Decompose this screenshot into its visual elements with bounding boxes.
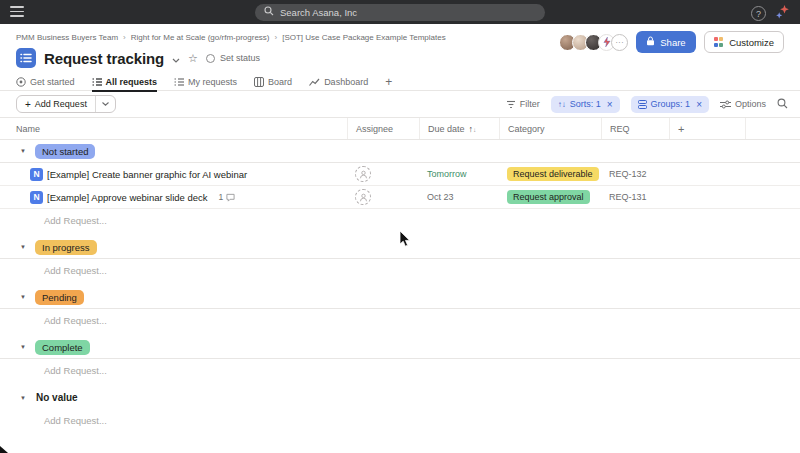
add-request-row[interactable]: Add Request... [0, 409, 800, 432]
customize-button[interactable]: Customize [704, 31, 784, 53]
tab-my-requests[interactable]: My requests [174, 72, 237, 91]
person-icon [359, 170, 368, 179]
search-icon [777, 98, 788, 109]
menu-icon[interactable] [10, 6, 24, 20]
column-header-category[interactable]: Category [499, 118, 601, 139]
req-id: REQ-132 [601, 169, 669, 179]
sort-icon: ↑↓ [558, 100, 566, 109]
add-request-dropdown[interactable] [96, 96, 115, 112]
screen-corner-artifact [0, 446, 8, 453]
column-header-req[interactable]: REQ [601, 118, 669, 139]
ai-sparkle-icon[interactable] [775, 4, 790, 23]
category-badge[interactable]: Request approval [507, 190, 590, 204]
set-status-label: Set status [220, 53, 260, 63]
section-label[interactable]: No value [35, 390, 85, 405]
topbar: Search Asana, Inc ? [0, 0, 800, 24]
customize-label: Customize [729, 37, 774, 48]
dashboard-icon [309, 77, 320, 87]
comment-bubble-icon [226, 193, 235, 202]
section-badge[interactable]: In progress [35, 240, 97, 255]
category-badge[interactable]: Request deliverable [507, 167, 599, 181]
table-row[interactable]: N [Example] Create banner graphic for AI… [0, 163, 800, 186]
search-icon [264, 6, 274, 18]
favorite-star-icon[interactable]: ☆ [188, 53, 198, 64]
project-header: PMM Business Buyers Team › Right for Me … [0, 24, 800, 91]
assignee-placeholder[interactable] [355, 189, 371, 205]
task-title[interactable]: [Example] Approve webinar slide deck [47, 192, 208, 203]
options-button[interactable]: Options [720, 99, 766, 109]
group-complete: ▼ Complete Add Request... [0, 336, 800, 382]
sorts-pill[interactable]: ↑↓ Sorts: 1 × [551, 96, 620, 113]
tab-all-requests[interactable]: All requests [92, 72, 158, 91]
table-header: Name Assignee Due date ↑↓ Category REQ + [0, 118, 800, 140]
list-search-button[interactable] [777, 98, 788, 111]
clear-sorts-icon[interactable]: × [607, 99, 613, 110]
list-icon [174, 77, 184, 87]
collapse-arrow-icon[interactable]: ▼ [20, 244, 28, 250]
title-chevron-down-icon[interactable] [172, 49, 180, 67]
task-title[interactable]: [Example] Create banner graphic for AI w… [47, 169, 247, 180]
get-started-icon [16, 77, 26, 87]
sort-ascending-icon: ↑↓ [469, 124, 477, 134]
breadcrumb-separator: › [123, 33, 126, 42]
project-tabs: Get started All requests My requests Boa… [16, 72, 784, 91]
assignee-placeholder[interactable] [355, 166, 371, 182]
add-tab-button[interactable]: + [385, 75, 392, 89]
collapse-arrow-icon[interactable]: ▼ [20, 344, 28, 350]
filter-icon [506, 100, 516, 109]
options-icon [720, 100, 731, 109]
section-header[interactable]: ▼ Complete [0, 336, 800, 359]
tab-board[interactable]: Board [254, 72, 292, 91]
filter-button[interactable]: Filter [506, 99, 540, 109]
add-request-button[interactable]: + Add Request [16, 95, 116, 113]
column-header-name[interactable]: Name [0, 118, 347, 139]
add-request-row[interactable]: Add Request... [0, 309, 800, 332]
groups-pill[interactable]: Groups: 1 × [631, 96, 709, 113]
section-header[interactable]: ▼ In progress [0, 236, 800, 259]
section-header[interactable]: ▼ Pending [0, 286, 800, 309]
breadcrumb-item[interactable]: Right for Me at Scale (go/rfm-progress) [131, 33, 270, 42]
section-badge[interactable]: Complete [35, 340, 90, 355]
member-avatars[interactable]: ··· [559, 34, 628, 51]
avatar-overflow-button[interactable]: ··· [611, 34, 628, 51]
due-date[interactable]: Oct 23 [419, 192, 499, 202]
plus-icon: + [25, 99, 31, 110]
breadcrumb-item[interactable]: PMM Business Buyers Team [16, 33, 118, 42]
section-header[interactable]: ▼ No value [0, 386, 800, 409]
column-header-filler [745, 118, 800, 139]
add-request-row[interactable]: Add Request... [0, 259, 800, 282]
tab-dashboard[interactable]: Dashboard [309, 72, 368, 91]
column-header-assignee[interactable]: Assignee [347, 118, 419, 139]
app-n-icon: N [30, 191, 43, 204]
group-in-progress: ▼ In progress Add Request... [0, 236, 800, 282]
comment-count: 1 [219, 192, 236, 202]
clear-groups-icon[interactable]: × [696, 99, 702, 110]
breadcrumb-item[interactable]: [SOT] Use Case Package Example Templates [282, 33, 445, 42]
share-label: Share [660, 37, 685, 48]
customize-icon [714, 37, 724, 47]
collapse-arrow-icon[interactable]: ▼ [20, 294, 28, 300]
help-button[interactable]: ? [751, 6, 766, 21]
add-column-button[interactable]: + [669, 118, 745, 139]
section-header[interactable]: ▼ Not started [0, 140, 800, 163]
section-badge[interactable]: Not started [35, 144, 95, 159]
app-n-icon: N [30, 168, 43, 181]
add-request-row[interactable]: Add Request... [0, 359, 800, 382]
tab-get-started[interactable]: Get started [16, 72, 75, 91]
group-no-value: ▼ No value Add Request... [0, 386, 800, 432]
due-date[interactable]: Tomorrow [419, 169, 499, 179]
project-icon[interactable] [16, 48, 36, 68]
set-status-button[interactable]: Set status [206, 53, 260, 63]
add-request-row[interactable]: Add Request... [0, 209, 800, 232]
collapse-arrow-icon[interactable]: ▼ [20, 148, 28, 154]
board-icon [254, 77, 264, 87]
share-button[interactable]: Share [636, 31, 695, 53]
collapse-arrow-icon[interactable]: ▼ [20, 395, 28, 401]
group-pending: ▼ Pending Add Request... [0, 286, 800, 332]
breadcrumb-separator: › [275, 33, 278, 42]
add-request-label: Add Request [35, 99, 87, 109]
section-badge[interactable]: Pending [35, 290, 84, 305]
column-header-due-date[interactable]: Due date ↑↓ [419, 118, 499, 139]
search-input[interactable]: Search Asana, Inc [255, 4, 545, 21]
table-row[interactable]: N [Example] Approve webinar slide deck 1… [0, 186, 800, 209]
